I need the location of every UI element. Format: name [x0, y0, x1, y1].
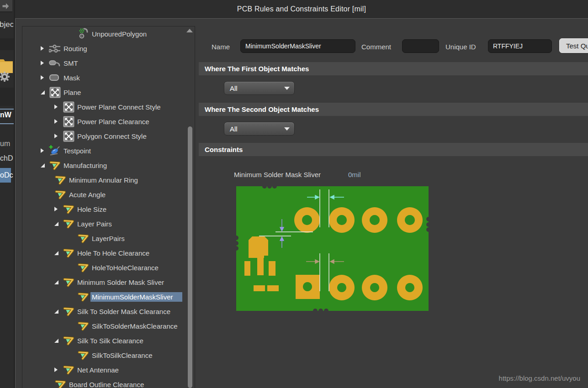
testpoint-rule-icon	[49, 145, 61, 157]
pcb-rules-editor-screen: { "titlebar": { "title": "PCB Rules and …	[0, 0, 588, 388]
mfg-rule-icon	[77, 262, 89, 273]
plane-rule-icon	[49, 86, 61, 98]
tree-item-manufacturing[interactable]: Manufacturing	[22, 158, 195, 173]
tree-item-smt[interactable]: SMT	[22, 56, 195, 70]
tree-item-minimumsoldermasksliver[interactable]: MinimumSolderMaskSliver	[22, 289, 195, 304]
background-panel-band	[0, 88, 14, 106]
tree-item-label: SMT	[62, 58, 79, 68]
collapse-arrow-icon[interactable]	[54, 367, 63, 373]
tree-item-minimum-annular-ring[interactable]: Minimum Annular Ring	[22, 173, 195, 187]
constraint-value[interactable]: 0mil	[348, 171, 361, 178]
tree-item-plane[interactable]: Plane	[22, 85, 195, 100]
tree-item-label: Silk To Solder Mask Clearance	[76, 307, 172, 316]
collapse-arrow-icon[interactable]	[54, 206, 63, 212]
tree-item-layerpairs[interactable]: LayerPairs	[22, 231, 195, 246]
tree-item-polygon-connect-style[interactable]: Polygon Connect Style	[22, 129, 195, 143]
tree-item-hole-size[interactable]: Hole Size	[22, 202, 195, 216]
second-object-scope-dropdown[interactable]: All	[224, 122, 295, 136]
comment-input[interactable]	[402, 39, 439, 53]
section-first-object-matches: Where The First Object Matches	[199, 62, 588, 75]
collapse-arrow-icon[interactable]	[54, 133, 63, 139]
section-second-object-matches: Where The Second Object Matches	[199, 103, 588, 116]
collapse-arrow-icon[interactable]	[41, 147, 49, 154]
tree-item-label: SilkToSolderMaskClearance	[90, 321, 179, 331]
tree-item-silktosoldermaskclearance[interactable]: SilkToSolderMaskClearance	[22, 319, 195, 333]
collapse-arrow-icon[interactable]	[41, 45, 49, 52]
project-folder-gear-icon[interactable]	[0, 56, 13, 86]
tree-item-routing[interactable]: Routing	[22, 41, 195, 56]
tree-item-layer-pairs[interactable]: Layer Pairs	[22, 216, 195, 231]
rule-tree: UnpouredPolygonRoutingSMTMaskPlanePower …	[22, 26, 195, 388]
collapse-arrow-icon[interactable]	[41, 74, 49, 81]
expand-arrow-icon[interactable]	[54, 279, 63, 285]
tree-item-silk-to-solder-mask-clearance[interactable]: Silk To Solder Mask Clearance	[22, 304, 195, 319]
expand-arrow-icon[interactable]	[54, 220, 63, 227]
tree-item-silk-to-silk-clearance[interactable]: Silk To Silk Clearance	[22, 333, 195, 348]
tree-item-minimum-solder-mask-sliver[interactable]: Minimum Solder Mask Sliver	[22, 275, 195, 289]
pcb-preview-image	[236, 186, 429, 311]
mfg-rule-icon	[63, 218, 74, 230]
tree-scrollbar[interactable]	[188, 126, 192, 388]
tree-item-label: Net Antennae	[76, 365, 120, 375]
mask-rule-icon	[49, 72, 61, 84]
tree-item-mask[interactable]: Mask	[22, 70, 195, 85]
tree-item-hole-to-hole-clearance[interactable]: Hole To Hole Clearance	[22, 246, 195, 260]
smt-rule-icon	[49, 57, 61, 69]
forward-arrow-icon[interactable]	[2, 3, 10, 11]
tree-item-label: Hole To Hole Clearance	[76, 248, 151, 258]
tree-item-unpouredpolygon[interactable]: UnpouredPolygon	[22, 26, 195, 41]
tree-item-holetoholeclearance[interactable]: HoleToHoleClearance	[22, 260, 195, 275]
collapse-arrow-icon[interactable]	[54, 118, 63, 125]
tree-item-label: Board Outline Clearance	[68, 380, 145, 388]
mfg-rule-icon	[77, 232, 89, 244]
expand-arrow-icon[interactable]	[41, 89, 49, 95]
tree-item-board-outline-clearance[interactable]: Board Outline Clearance	[22, 377, 195, 388]
test-queries-button[interactable]: Test Qu	[559, 38, 588, 53]
tree-item-label: Power Plane Clearance	[76, 117, 151, 126]
collapse-arrow-icon[interactable]	[54, 104, 63, 110]
scroll-up-arrow-icon[interactable]	[186, 29, 193, 32]
second-object-scope-value: All	[230, 125, 238, 133]
name-label: Name	[212, 43, 230, 51]
rules-tree-panel: UnpouredPolygonRoutingSMTMaskPlanePower …	[22, 26, 195, 388]
chevron-down-icon	[284, 127, 290, 131]
tree-item-label: Hole Size	[76, 204, 108, 214]
expand-arrow-icon[interactable]	[54, 308, 63, 315]
mfg-rule-icon	[54, 189, 66, 200]
name-input[interactable]	[240, 39, 355, 53]
expand-arrow-icon[interactable]	[41, 162, 49, 168]
tree-item-label: UnpouredPolygon	[90, 29, 148, 39]
mfg-rule-icon	[54, 174, 66, 186]
tree-item-power-plane-clearance[interactable]: Power Plane Clearance	[22, 114, 195, 129]
tree-item-label: Power Plane Connect Style	[76, 102, 162, 112]
first-object-scope-dropdown[interactable]: All	[224, 81, 295, 95]
background-text-fragment: bjec	[0, 20, 13, 29]
routing-rule-icon	[49, 42, 61, 54]
mfg-rule-icon	[63, 247, 74, 259]
tree-item-power-plane-connect-style[interactable]: Power Plane Connect Style	[22, 100, 195, 114]
collapse-arrow-icon[interactable]	[41, 60, 49, 66]
tree-item-label: Routing	[62, 44, 89, 53]
tree-item-testpoint[interactable]: Testpoint	[22, 143, 195, 158]
comment-label: Comment	[361, 43, 391, 51]
csdn-watermark: https://blog.csdn.net/uvyou	[499, 374, 580, 382]
background-divider	[0, 123, 14, 124]
tree-item-acute-angle[interactable]: Acute Angle	[22, 187, 195, 202]
background-divider	[0, 109, 14, 110]
mfg-rule-icon	[77, 291, 89, 303]
unique-id-label: Unique ID	[445, 43, 476, 51]
mfg-rule-icon	[63, 276, 74, 288]
expand-arrow-icon[interactable]	[54, 337, 63, 344]
tree-item-label: Testpoint	[62, 146, 92, 156]
tree-item-label: Minimum Annular Ring	[68, 175, 139, 185]
tree-item-net-antennae[interactable]: Net Antennae	[22, 362, 195, 377]
first-object-scope-value: All	[230, 84, 238, 92]
tree-item-silktosilkclearance[interactable]: SilkToSilkClearance	[22, 348, 195, 362]
tree-item-label: SilkToSilkClearance	[90, 351, 154, 360]
unique-id-input[interactable]	[488, 39, 552, 53]
expand-arrow-icon[interactable]	[54, 250, 63, 256]
mfg-rule-icon	[63, 305, 74, 317]
mfg-rule-icon	[54, 378, 66, 388]
background-selected-row[interactable]: oDc	[0, 168, 11, 183]
mfg-rule-icon	[63, 335, 74, 346]
